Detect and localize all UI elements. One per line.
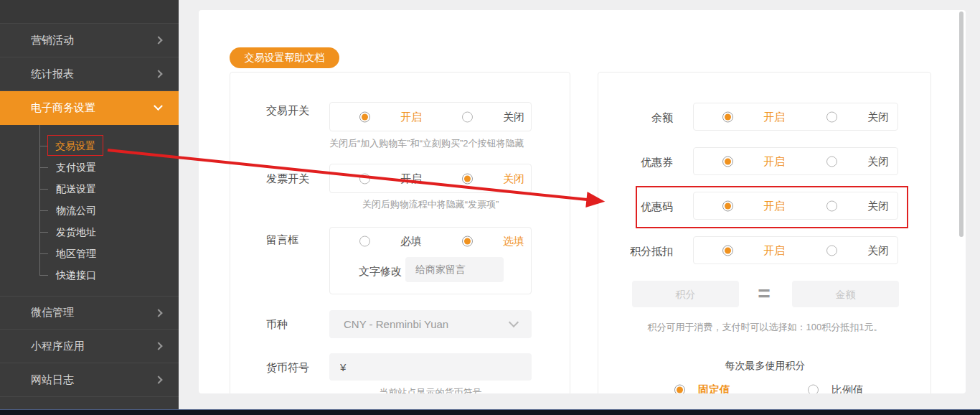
sidebar-item-label: 网站日志: [31, 373, 74, 387]
radio-unselected-icon: [826, 111, 837, 122]
message-box-group: 必填 选填 文字修改: [329, 227, 532, 294]
submenu-item-label: 快递接口: [56, 269, 96, 281]
radio-unselected-icon: [462, 111, 473, 122]
submenu-item-shipping-settings[interactable]: 配送设置: [0, 178, 179, 200]
coupon-switch-group: 开启 关闭: [693, 147, 898, 175]
option-label: 关闭: [867, 154, 889, 168]
trade-switch-off-option[interactable]: 关闭: [462, 110, 524, 123]
option-label: 开启: [763, 154, 785, 168]
chevron-right-icon: [154, 70, 162, 78]
message-box-label: 留言框: [266, 233, 298, 247]
ratio-value-option[interactable]: 比例值: [808, 383, 864, 394]
submenu-item-express-api[interactable]: 快递接口: [0, 264, 179, 286]
text-edit-label: 文字修改: [359, 265, 402, 279]
promo-code-off-option[interactable]: 关闭: [826, 199, 889, 213]
sidebar-item-ecommerce-settings[interactable]: 电子商务设置: [0, 91, 179, 125]
invoice-switch-on-option[interactable]: 开启: [359, 172, 422, 185]
submenu-item-label: 发货地址: [56, 226, 96, 238]
sidebar-top-spacer: [0, 0, 179, 24]
amount-input[interactable]: [792, 281, 899, 307]
submenu-item-label: 交易设置: [55, 135, 95, 157]
promo-code-switch-group: 开启 关闭: [693, 192, 898, 220]
sidebar-item-wechat-management[interactable]: 微信管理: [0, 296, 179, 330]
vertical-scrollbar-thumb[interactable]: [959, 11, 963, 237]
option-label: 开启: [763, 199, 785, 213]
option-label: 关闭: [503, 172, 524, 185]
option-label: 固定值: [698, 383, 730, 394]
points-settings-panel: 余额 开启 关闭 优惠券 开启 关闭 优惠码: [598, 72, 931, 393]
bottom-edge-bar: [0, 409, 980, 415]
balance-off-option[interactable]: 关闭: [826, 110, 889, 123]
currency-symbol-help: 当前站点显示的货币符号: [329, 386, 532, 393]
submenu-item-trade-settings[interactable]: 交易设置: [0, 135, 179, 157]
trade-settings-panel: 交易开关 开启 关闭 关闭后“加入购物车”和“立刻购买”2个按钮将隐藏 发票开关…: [230, 72, 570, 393]
points-help-text: 积分可用于消费，支付时可以选择如：100积分抵扣1元。: [620, 321, 910, 334]
equals-sign: =: [745, 279, 783, 308]
chevron-down-icon: [509, 317, 519, 327]
sidebar-item-label: 营销活动: [31, 34, 74, 47]
option-label: 开启: [400, 172, 422, 185]
points-input[interactable]: [632, 281, 739, 307]
currency-label: 币种: [266, 318, 288, 332]
radio-selected-icon: [674, 385, 685, 394]
balance-on-option[interactable]: 开启: [722, 110, 785, 123]
sidebar-item-statistics-reports[interactable]: 统计报表: [0, 57, 179, 91]
coupon-off-option[interactable]: 关闭: [826, 154, 889, 168]
option-label: 必填: [400, 235, 422, 248]
option-label: 选填: [503, 235, 524, 248]
promo-code-label: 优惠码: [598, 200, 673, 214]
points-deduction-switch-group: 开启 关闭: [693, 236, 898, 264]
radio-unselected-icon: [826, 156, 837, 167]
radio-unselected-icon: [359, 173, 370, 184]
trade-switch-group: 开启 关闭: [329, 102, 532, 131]
submenu-item-payment-settings[interactable]: 支付设置: [0, 157, 179, 178]
points-deduction-on-option[interactable]: 开启: [722, 243, 785, 257]
invoice-switch-off-option[interactable]: 关闭: [462, 172, 524, 185]
trade-switch-on-option[interactable]: 开启: [359, 110, 422, 123]
option-label: 关闭: [867, 243, 889, 257]
radio-selected-icon: [722, 111, 733, 122]
chevron-right-icon: [154, 342, 162, 350]
radio-selected-icon: [359, 111, 370, 122]
sidebar-item-mini-program-apps[interactable]: 小程序应用: [0, 330, 179, 363]
message-required-option[interactable]: 必填: [359, 235, 422, 248]
submenu-item-label: 地区管理: [56, 248, 96, 259]
currency-select-value: CNY - Renminbi Yuan: [344, 318, 448, 330]
radio-selected-icon: [462, 236, 473, 247]
balance-switch-group: 开启 关闭: [693, 103, 898, 131]
trade-switch-label: 交易开关: [266, 104, 309, 118]
option-label: 开启: [763, 110, 785, 123]
trade-switch-help: 关闭后“加入购物车”和“立刻购买”2个按钮将隐藏: [329, 137, 524, 150]
invoice-switch-group: 开启 关闭: [329, 164, 532, 193]
submenu-item-shipping-address[interactable]: 发货地址: [0, 221, 179, 243]
sidebar-item-website-logs[interactable]: 网站日志: [0, 363, 179, 397]
option-label: 开启: [763, 243, 785, 257]
option-label: 比例值: [831, 383, 864, 394]
radio-unselected-icon: [808, 385, 819, 394]
points-deduction-off-option[interactable]: 关闭: [826, 243, 889, 257]
message-optional-option[interactable]: 选填: [462, 235, 524, 248]
chevron-right-icon: [154, 36, 162, 44]
radio-selected-icon: [722, 245, 733, 256]
currency-select[interactable]: CNY - Renminbi Yuan: [329, 310, 532, 338]
submenu-item-label: 物流公司: [56, 205, 96, 216]
sidebar-item-label: 统计报表: [31, 67, 74, 81]
option-label: 关闭: [867, 110, 889, 123]
main-content-card: 交易设置帮助文档 交易开关 开启 关闭 关闭后“加入购物车”和“立刻购买”2个按…: [199, 10, 966, 393]
currency-symbol-input[interactable]: [329, 353, 532, 381]
promo-code-on-option[interactable]: 开启: [722, 199, 785, 213]
invoice-switch-help: 关闭后购物流程中将隐藏“发票项”: [329, 198, 532, 211]
coupon-on-option[interactable]: 开启: [722, 154, 785, 168]
chevron-right-icon: [154, 309, 162, 317]
balance-label: 余额: [598, 111, 673, 125]
trade-settings-help-doc-button[interactable]: 交易设置帮助文档: [230, 47, 339, 68]
fixed-value-option[interactable]: 固定值: [674, 383, 730, 394]
radio-selected-icon: [462, 173, 473, 184]
message-text-input[interactable]: [405, 257, 504, 282]
radio-unselected-icon: [359, 236, 370, 247]
currency-symbol-label: 货币符号: [266, 361, 309, 375]
submenu-item-logistics-companies[interactable]: 物流公司: [0, 200, 179, 221]
option-label: 关闭: [867, 199, 889, 213]
submenu-item-region-management[interactable]: 地区管理: [0, 243, 179, 264]
sidebar-item-marketing-activities[interactable]: 营销活动: [0, 24, 179, 57]
